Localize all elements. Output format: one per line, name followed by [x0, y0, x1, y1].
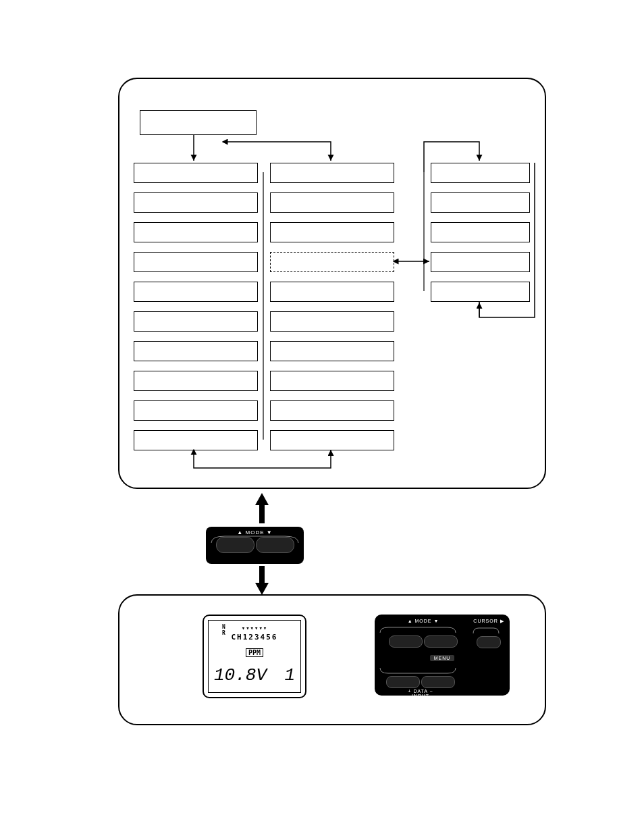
- submenu-item[interactable]: [431, 192, 530, 213]
- lcd-voltage: 10.8V: [214, 665, 267, 685]
- submenu-item[interactable]: [431, 222, 530, 242]
- menu-item[interactable]: [270, 311, 394, 332]
- menu-item[interactable]: [270, 282, 394, 302]
- menu-item[interactable]: [270, 341, 394, 361]
- submenu-item[interactable]: [431, 163, 530, 183]
- keypad-menu-label: MENU: [430, 655, 455, 661]
- menu-item[interactable]: [134, 192, 258, 213]
- cursor-button[interactable]: [477, 636, 501, 648]
- svg-marker-6: [255, 566, 269, 595]
- menu-item[interactable]: [270, 400, 394, 421]
- lcd-model-number: 1: [284, 665, 295, 685]
- data-minus-button[interactable]: [421, 676, 455, 688]
- menu-item[interactable]: [270, 371, 394, 391]
- mode-keypad: ▲ MODE ▼: [206, 527, 304, 564]
- menu-item[interactable]: [134, 222, 258, 242]
- cursor-bracket: [473, 628, 504, 633]
- menu-item[interactable]: [134, 341, 258, 361]
- mode-bracket: [211, 536, 298, 543]
- data-plus-button[interactable]: [386, 676, 420, 688]
- menu-item-dashed[interactable]: [270, 252, 394, 272]
- menu-item[interactable]: [134, 400, 258, 421]
- mode-down-button[interactable]: [424, 635, 458, 648]
- menu-item[interactable]: [134, 371, 258, 391]
- lcd-trim-marks: ▾▾▾▾▾▾: [209, 625, 300, 631]
- mode-up-button[interactable]: [389, 635, 423, 648]
- lcd-ppm-badge: PPM: [246, 648, 263, 657]
- keypad-data-label: + DATA −: [380, 689, 461, 694]
- mode-bracket: [380, 627, 466, 633]
- page: ▲ MODE ▼ N R ▾▾▾▾▾▾ CH123456 PPM 10.8V 1…: [0, 0, 644, 834]
- submenu-item[interactable]: [431, 282, 530, 302]
- menu-header-box: [140, 110, 257, 135]
- lcd-display: N R ▾▾▾▾▾▾ CH123456 PPM 10.8V 1: [203, 615, 306, 698]
- menu-item[interactable]: [270, 430, 394, 450]
- mode-label: ▲ MODE ▼: [206, 527, 304, 536]
- svg-marker-5: [255, 493, 269, 523]
- keypad-cursor-label: CURSOR ▶: [473, 619, 504, 624]
- menu-item[interactable]: [270, 163, 394, 183]
- menu-item[interactable]: [134, 311, 258, 332]
- menu-item[interactable]: [270, 192, 394, 213]
- submenu-item[interactable]: [431, 252, 530, 272]
- full-keypad: ▲ MODE ▼ CURSOR ▶ MENU + DATA: [375, 615, 510, 696]
- menu-item[interactable]: [134, 430, 258, 450]
- menu-item[interactable]: [134, 252, 258, 272]
- menu-item[interactable]: [134, 282, 258, 302]
- keypad-input-label: INPUT: [380, 694, 461, 698]
- data-bracket: [380, 668, 456, 673]
- lcd-channels: CH123456: [209, 633, 300, 642]
- keypad-mode-label: ▲ MODE ▼: [380, 619, 466, 623]
- menu-item[interactable]: [134, 163, 258, 183]
- menu-item[interactable]: [270, 222, 394, 242]
